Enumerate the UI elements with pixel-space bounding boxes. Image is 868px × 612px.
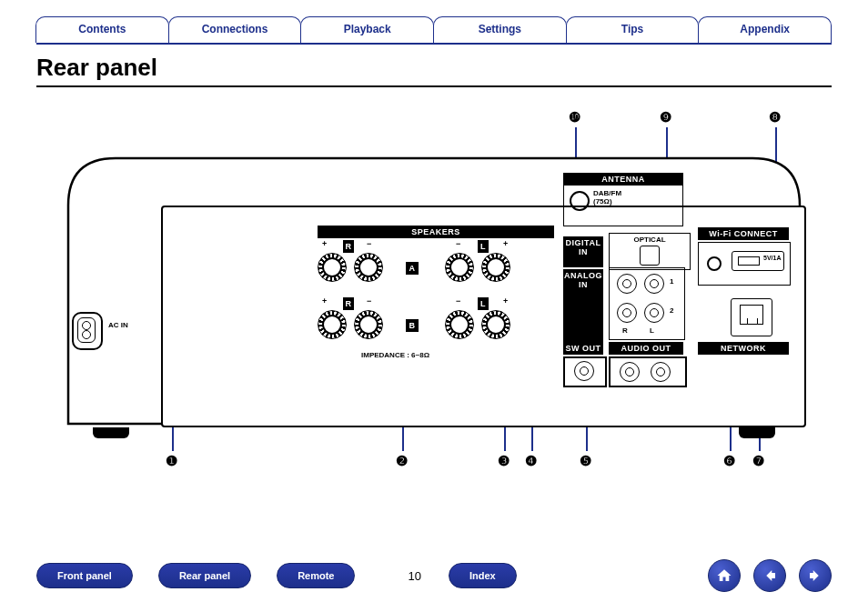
label-analog-in: ANALOG IN <box>563 269 603 342</box>
wifi-connect-button <box>707 256 722 271</box>
callout-2: ❷ <box>396 453 408 469</box>
analog-in-2-r <box>617 303 637 323</box>
label-network: NETWORK <box>698 342 789 355</box>
speaker-terminal <box>481 310 510 339</box>
prev-page-button[interactable] <box>753 559 786 592</box>
page-title: Rear panel <box>36 54 832 82</box>
speaker-terminal <box>354 253 383 282</box>
rear-panel-diagram: ❿ ❾ ❽ ❶ ❷ ❸ ❹ ❺ ❻ ❼ <box>34 115 834 478</box>
label-optical: OPTICAL <box>612 236 687 244</box>
analog-in-2-l <box>644 303 664 323</box>
analog-in-1-l <box>644 274 664 294</box>
antenna-jack <box>570 191 590 211</box>
sw-out-jack <box>574 361 594 381</box>
optical-jack <box>640 246 660 266</box>
audio-out-r <box>620 362 640 382</box>
callout-7: ❼ <box>752 453 764 469</box>
ethernet-port <box>731 298 772 336</box>
callout-3: ❸ <box>498 453 510 469</box>
tab-tips[interactable]: Tips <box>566 16 700 43</box>
bottom-nav: Front panel Rear panel Remote 10 Index <box>36 559 832 592</box>
tab-connections[interactable]: Connections <box>168 16 302 43</box>
speaker-terminal <box>354 310 383 339</box>
speaker-terminal <box>318 253 347 282</box>
label-wifi-connect: Wi-Fi CONNECT <box>698 227 789 240</box>
arrow-left-icon <box>762 567 778 584</box>
label-impedance: IMPEDANCE : 6~8Ω <box>361 351 429 359</box>
label-r-b: R <box>343 297 354 310</box>
label-antenna: ANTENNA <box>563 173 683 186</box>
link-front-panel[interactable]: Front panel <box>36 563 133 588</box>
page-number: 10 <box>408 569 420 583</box>
label-dabfm: DAB/FM (75Ω) <box>593 189 621 206</box>
label-speaker-b: B <box>406 319 419 332</box>
speaker-terminal <box>445 310 474 339</box>
top-tab-nav: Contents Connections Playback Settings T… <box>0 0 868 43</box>
arrow-right-icon <box>807 567 823 584</box>
label-ac-in: AC IN <box>108 321 128 329</box>
label-usb-power: 5V/1A <box>763 255 781 261</box>
home-button[interactable] <box>708 559 741 592</box>
label-digital-in: DIGITAL IN <box>563 236 603 267</box>
label-analog-2: 2 <box>670 306 673 315</box>
link-remote[interactable]: Remote <box>277 563 355 588</box>
analog-in-1-r <box>617 274 637 294</box>
callout-8: ❽ <box>769 109 781 125</box>
label-speakers: SPEAKERS <box>318 226 554 238</box>
label-speaker-a: A <box>406 262 419 275</box>
label-sw-out: SW OUT <box>563 342 603 355</box>
callout-1: ❶ <box>166 453 177 469</box>
callout-5: ❺ <box>580 453 591 469</box>
label-analog-1: 1 <box>670 277 673 286</box>
link-rear-panel[interactable]: Rear panel <box>158 563 251 588</box>
tab-underline <box>36 43 832 45</box>
next-page-button[interactable] <box>799 559 832 592</box>
tab-contents[interactable]: Contents <box>35 16 169 43</box>
section-heading: Rear panel <box>36 54 832 87</box>
label-audio-out: AUDIO OUT <box>609 342 683 355</box>
home-icon <box>716 567 732 584</box>
tab-appendix[interactable]: Appendix <box>698 16 832 43</box>
speaker-terminal <box>318 310 347 339</box>
callout-10: ❿ <box>569 109 580 125</box>
audio-out-l <box>651 362 671 382</box>
label-l-a: L <box>478 240 489 253</box>
tab-playback[interactable]: Playback <box>300 16 434 43</box>
callout-6: ❻ <box>723 453 735 469</box>
tab-settings[interactable]: Settings <box>433 16 567 43</box>
speaker-terminal <box>481 253 510 282</box>
callout-9: ❾ <box>660 109 671 125</box>
label-l-b: L <box>478 297 489 310</box>
callout-4: ❹ <box>525 453 537 469</box>
link-index[interactable]: Index <box>449 563 517 588</box>
device-chassis: AC IN SPEAKERS + R − − L + A + R − − L + <box>61 151 807 433</box>
label-r-a: R <box>343 240 354 253</box>
speaker-terminal <box>445 253 474 282</box>
